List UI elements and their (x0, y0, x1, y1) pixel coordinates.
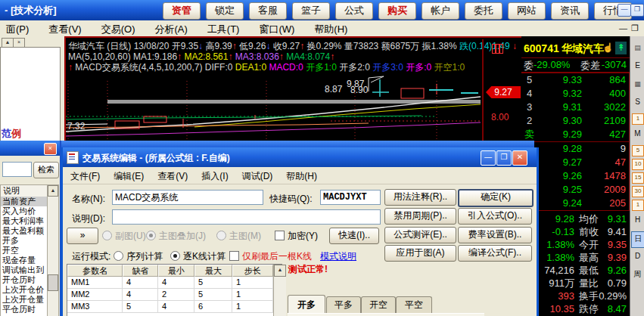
period-icon[interactable]: ▦ (631, 77, 644, 92)
list-item[interactable]: 最大利润率 (1, 216, 49, 226)
list-item[interactable]: 现金存量 (1, 256, 49, 265)
search-input[interactable] (2, 162, 32, 177)
toolbar-button-goumai[interactable]: 购买 (378, 2, 416, 20)
period-day[interactable]: 日 (631, 231, 644, 248)
minimize-button[interactable]: — (618, 4, 631, 17)
col-max[interactable]: 最大 (194, 265, 232, 277)
checkbox-icon[interactable] (275, 231, 285, 240)
checkbox-icon[interactable] (229, 251, 239, 261)
period-h[interactable]: H (631, 213, 644, 228)
toolbar-button-weituo[interactable]: 委托 (465, 2, 502, 20)
refresh-last-checkbox[interactable]: 仅刷最后一根K线 (229, 250, 312, 263)
list-item[interactable]: 平仓历时 (1, 305, 49, 314)
mdi-minimize-icon[interactable]: — (619, 23, 627, 33)
period-e[interactable]: E (631, 59, 644, 74)
menu-item-bangzhu[interactable]: 帮助(H) (314, 23, 347, 36)
table-row[interactable]: MM3 5 4 6 1 (67, 301, 282, 313)
menu-item-chakan[interactable]: 查看(V) (48, 23, 81, 36)
runmode-seq-radio[interactable]: 序列计算 (114, 250, 163, 263)
radio-icon[interactable] (114, 251, 123, 261)
period-15min[interactable]: 15 (632, 172, 644, 184)
compile-formula-button[interactable]: 编译公式(F).. (458, 245, 532, 262)
sell-row-3[interactable]: 3 9.31 3022 (521, 101, 629, 114)
apply-to-chart-button[interactable]: 应用于图(A) (384, 245, 456, 262)
table-row[interactable]: MM2 4 2 5 1 (67, 289, 282, 301)
scroll-up-icon[interactable]: ▲ (274, 265, 286, 277)
col-min[interactable]: 最小 (158, 265, 194, 277)
list-item[interactable]: 开仓历时 (1, 275, 49, 285)
candle-pattern-icon[interactable] (492, 44, 503, 54)
expand-button[interactable]: » (67, 228, 98, 244)
runmode-kline-radio[interactable]: 逐K线计算 (170, 250, 226, 263)
dlg-menu-help[interactable]: 帮助(H) (286, 170, 317, 183)
dialog-maximize-button[interactable]: ❐ (496, 150, 512, 166)
list-item[interactable]: 开空 (1, 246, 49, 256)
list-item[interactable]: 开多 (1, 236, 49, 246)
sell-row-1[interactable]: 卖 9.29 427 (521, 128, 629, 141)
radio-icon[interactable] (170, 251, 180, 261)
toolbar-button-zican[interactable]: 资管 (163, 2, 201, 20)
list-item[interactable]: 上次开仓量 (1, 295, 49, 305)
toolbar-button-zhanghu[interactable]: 帐户 (422, 2, 459, 20)
disable-period-button[interactable]: 禁用周期(P).. (384, 208, 456, 225)
scroll-up-icon[interactable]: ▲ (48, 185, 58, 197)
name-field[interactable]: MACD交易系统 (112, 190, 263, 205)
fee-settings-button[interactable]: 费率设置(B).. (458, 227, 532, 243)
col-param-name[interactable]: 参数名 (67, 265, 123, 277)
search-button[interactable]: 检索 (33, 162, 59, 178)
list-item[interactable]: 最大盈利额 (1, 226, 49, 236)
encrypt-checkbox[interactable]: 加密(Y) (275, 230, 318, 243)
period-d[interactable]: D (631, 249, 644, 265)
dlg-menu-debug[interactable]: 调试(D) (242, 170, 273, 183)
expand-up-icon[interactable]: ↟ (615, 42, 627, 54)
period-week[interactable]: 周 (631, 268, 644, 283)
dialog-minimize-button[interactable]: — (481, 150, 496, 166)
tab-close-short[interactable]: 平空 (396, 296, 432, 313)
tab-close-long[interactable]: 平多 (326, 296, 361, 313)
toolbar-button-zixun[interactable]: 资讯 (551, 2, 589, 20)
list-scrollbar[interactable]: ▲ (47, 184, 59, 316)
close-icon[interactable]: × (44, 143, 57, 155)
description-field[interactable] (112, 209, 381, 225)
mode-help-link[interactable]: 模式说明 (320, 250, 356, 263)
dlg-menu-file[interactable]: 文件(F) (70, 170, 100, 183)
dialog-titlebar[interactable]: 交易系统编辑 - (所属公式组 : F.自编) — ❐ ✕ (63, 147, 537, 167)
restore-button[interactable]: ❐ (630, 4, 644, 17)
sell-row-5[interactable]: 5 9.33 864 (521, 73, 629, 87)
list-item[interactable]: 上次开仓价 (1, 285, 49, 295)
sell-row-4[interactable]: 4 9.32 400 (521, 87, 629, 101)
period-30min[interactable]: 30 (632, 186, 644, 197)
period-1h[interactable]: 1 (632, 200, 644, 211)
ok-button[interactable]: 确定(K) (458, 189, 534, 207)
quick-button[interactable]: 快速(I).. (329, 228, 379, 244)
period-1min[interactable]: 1 (632, 113, 644, 125)
mdi-restore-icon[interactable]: ❐ (631, 23, 639, 33)
usage-notes-button[interactable]: 用法注释(R).. (384, 189, 456, 206)
toolbar-button-gongshi[interactable]: 公式 (335, 2, 373, 20)
col-step[interactable]: 步长 (232, 265, 273, 277)
list-item[interactable]: 调试输出到 (1, 265, 49, 275)
formula-evaluate-button[interactable]: 公式测评(E).. (384, 227, 456, 243)
table-row[interactable]: MM1 4 4 5 1 (67, 277, 282, 289)
menu-item-gongju[interactable]: 工具(T) (207, 23, 240, 36)
sell-row-2[interactable]: 2 9.30 2109 (521, 114, 629, 128)
menu-item-jiaoyi[interactable]: 交易(O) (101, 23, 135, 36)
tab-open-short[interactable]: 开空 (361, 296, 396, 313)
col-default[interactable]: 缺省 (123, 265, 158, 277)
hotkey-field[interactable]: MACDJYXT (320, 190, 381, 205)
menu-item-chuangkou[interactable]: 窗口(W) (259, 23, 294, 36)
scrollbar-thumb[interactable] (48, 274, 58, 291)
period-5min[interactable]: 5 (632, 145, 644, 156)
period-s[interactable]: S (631, 95, 644, 110)
toolbar-button-wangzhan[interactable]: 网站 (508, 2, 546, 20)
dlg-menu-edit[interactable]: 编辑(E) (114, 170, 144, 183)
import-formula-button[interactable]: 引入公式(O).. (458, 208, 532, 225)
toolbar-button-suoding[interactable]: 锁定 (206, 2, 244, 20)
dlg-menu-view[interactable]: 查看(V) (157, 170, 188, 183)
period-m[interactable]: M (631, 127, 644, 142)
dlg-menu-insert[interactable]: 插入(I) (201, 170, 228, 183)
list-item[interactable]: 当前资产 (1, 197, 49, 206)
tab-open-long[interactable]: 开多 (288, 295, 325, 314)
menu-item-fenxi[interactable]: 分析(A) (154, 23, 187, 36)
list-item[interactable]: 买入均价 (1, 206, 49, 216)
